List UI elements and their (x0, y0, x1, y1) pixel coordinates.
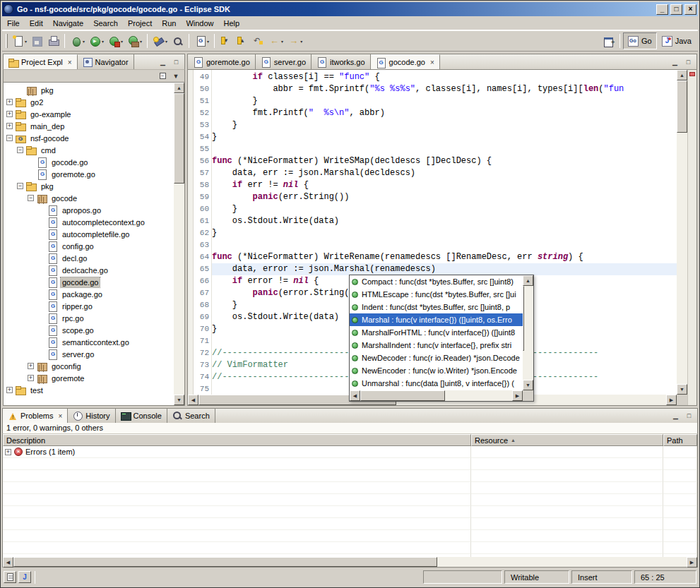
tree-item-goconfig[interactable]: +goconfig (4, 360, 174, 372)
perspective-java-button[interactable]: Java (657, 32, 696, 49)
expand-icon[interactable]: + (28, 363, 34, 369)
autocomplete-scroll-track[interactable] (523, 286, 533, 380)
minimize-editor-icon[interactable]: ▁ (669, 56, 681, 67)
editor-tab-itworks-go[interactable]: itworks.go (312, 54, 371, 69)
scroll-down-icon[interactable]: ▼ (174, 395, 184, 405)
view-menu-icon[interactable]: ▼ (170, 71, 182, 81)
close-icon[interactable]: × (58, 412, 62, 420)
editor-tab-server-go[interactable]: server.go (256, 54, 312, 69)
dropdown-arrow-icon[interactable]: ▾ (102, 39, 104, 44)
editor-tab-goremote-go[interactable]: goremote.go (188, 54, 256, 69)
tab-history[interactable]: History (68, 409, 115, 423)
dropdown-arrow-icon[interactable]: ▾ (140, 39, 142, 44)
tree-scroll-track[interactable] (174, 93, 184, 395)
autocomplete-item-unmarshal[interactable]: Unmarshal : func(data []uint8, v interfa… (350, 377, 523, 390)
dropdown-arrow-icon[interactable]: ▾ (25, 39, 27, 44)
tree-item-goremote-go[interactable]: goremote.go (4, 168, 174, 180)
tree-item-rpc-go[interactable]: rpc.go (4, 312, 174, 324)
title-bar[interactable]: Go - nsf-gocode/src/pkg/gocode/gocode.go… (2, 2, 698, 16)
tree-item-autocompletecontext-go[interactable]: autocompletecontext.go (4, 216, 174, 228)
scroll-down-icon[interactable]: ▼ (677, 384, 687, 395)
tree-item-autocompletefile-go[interactable]: autocompletefile.go (4, 228, 174, 240)
tab-project-expl[interactable]: Project Expl× (4, 54, 78, 69)
code-line-57[interactable]: data, err := json.Marshal(decldescs) (212, 167, 677, 179)
column-header-description[interactable]: Description (3, 434, 471, 446)
tree-item-decl-go[interactable]: decl.go (4, 252, 174, 264)
java-shortcut-icon[interactable]: J (18, 571, 31, 583)
editor-scroll-thumb[interactable] (677, 80, 687, 133)
autocomplete-horizontal-scrollbar[interactable]: ◀ ▶ (350, 390, 523, 401)
autocomplete-scroll-thumb[interactable] (523, 286, 524, 351)
menu-item-help[interactable]: Help (219, 17, 245, 30)
code-line-56[interactable]: func (*NiceFormatter) WriteSMap(decldesc… (212, 155, 677, 167)
tree-item-goremote[interactable]: +goremote (4, 372, 174, 384)
column-header-path[interactable]: Path (663, 434, 697, 446)
expand-icon[interactable]: + (6, 111, 13, 117)
external-tools-button[interactable]: ▾ (125, 33, 144, 49)
error-mark[interactable] (689, 72, 695, 76)
close-window-button[interactable]: × (684, 4, 696, 15)
tree-scrollbar[interactable]: ▲ ▼ (174, 83, 184, 405)
scroll-left-icon[interactable]: ◀ (3, 557, 13, 568)
menu-item-window[interactable]: Window (181, 17, 218, 30)
prev-annotation-button[interactable] (234, 33, 250, 49)
autocomplete-item-marshal[interactable]: Marshal : func(v interface{}) ([]uint8, … (350, 313, 523, 326)
collapse-icon[interactable]: − (17, 147, 23, 153)
code-line-49[interactable]: if classes[i] == "func" { (212, 71, 677, 83)
code-line-60[interactable]: } (212, 203, 677, 215)
maximize-view-icon[interactable]: □ (683, 411, 695, 421)
menu-item-edit[interactable]: Edit (25, 17, 48, 30)
dropdown-arrow-icon[interactable]: ▾ (121, 39, 123, 44)
problems-hscroll-thumb[interactable] (13, 557, 437, 567)
code-line-63[interactable] (212, 239, 677, 251)
scroll-down-icon[interactable]: ▼ (523, 380, 533, 390)
autocomplete-vertical-scrollbar[interactable]: ▲ ▼ (523, 275, 533, 390)
tree-item-nsf-gocode[interactable]: −nsf-gocode (4, 132, 174, 144)
toolbar-grip[interactable] (6, 34, 8, 48)
expand-icon[interactable]: + (6, 99, 13, 105)
scroll-left-icon[interactable]: ◀ (350, 390, 360, 401)
editor-scroll-track[interactable] (677, 80, 687, 384)
scroll-right-icon[interactable]: ▶ (666, 395, 677, 405)
tree-item-main-dep[interactable]: +main_dep (4, 120, 174, 132)
minimize-view-icon[interactable]: ▁ (157, 56, 169, 67)
new-go-element-button[interactable]: ▾ (192, 33, 211, 49)
search-button[interactable]: ▾ (150, 33, 170, 49)
expand-icon[interactable]: + (5, 449, 11, 455)
column-header-resource[interactable]: Resource▲ (471, 434, 663, 446)
fast-view-icon[interactable] (4, 571, 16, 583)
code-line-59[interactable]: panic(err.String()) (212, 191, 677, 203)
collapse-all-icon[interactable]: − (157, 71, 168, 81)
autocomplete-item-marshalindent[interactable]: MarshalIndent : func(v interface{}, pref… (350, 339, 523, 352)
tree-item-scope-go[interactable]: scope.go (4, 324, 174, 336)
autocomplete-hscroll-thumb[interactable] (360, 390, 445, 401)
code-line-50[interactable]: abbr = fmt.Sprintf("%s %s%s", classes[i]… (212, 83, 677, 95)
tree-item-test[interactable]: +test (4, 384, 174, 396)
dropdown-arrow-icon[interactable]: ▾ (83, 39, 85, 44)
tab-problems[interactable]: Problems× (3, 409, 68, 423)
tree-item-config-go[interactable]: config.go (4, 240, 174, 252)
tree-item-pkg[interactable]: pkg (4, 84, 174, 96)
dropdown-arrow-icon[interactable]: ▾ (165, 39, 167, 44)
debug-button[interactable]: ▾ (68, 33, 87, 49)
menu-item-search[interactable]: Search (88, 17, 123, 30)
scroll-left-icon[interactable]: ◀ (188, 395, 198, 405)
code-line-54[interactable]: } (212, 131, 677, 143)
code-line-53[interactable]: } (212, 119, 677, 131)
code-line-64[interactable]: func (*NiceFormatter) WriteRename(rename… (212, 251, 677, 263)
autocomplete-hscroll-track[interactable] (360, 390, 512, 401)
expand-icon[interactable]: + (28, 375, 34, 381)
open-type-button[interactable] (170, 33, 186, 49)
maximize-editor-icon[interactable]: □ (682, 56, 694, 67)
problems-hscroll-track[interactable] (13, 557, 687, 567)
tab-navigator[interactable]: Navigator (78, 54, 134, 69)
scroll-right-icon[interactable]: ▶ (512, 390, 523, 401)
tree-item-go-example[interactable]: +go-example (4, 108, 174, 120)
tree-item-go2[interactable]: +go2 (4, 96, 174, 108)
maximize-view-icon[interactable]: □ (170, 56, 182, 67)
tree-item-package-go[interactable]: package.go (4, 288, 174, 300)
perspective-go-button[interactable]: Go (623, 32, 657, 49)
tree-item-gocode[interactable]: −gocode (4, 192, 174, 204)
collapse-icon[interactable]: − (28, 195, 34, 201)
collapse-icon[interactable]: − (17, 183, 23, 189)
